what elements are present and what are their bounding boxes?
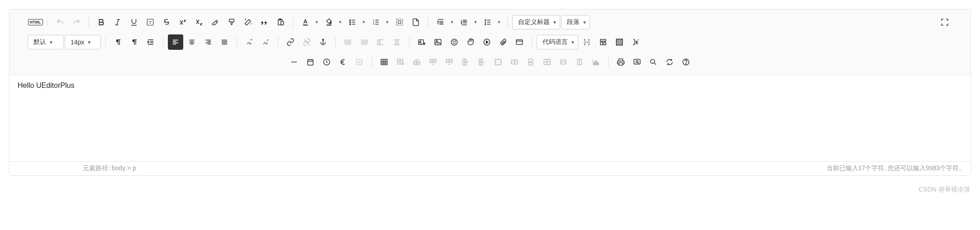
align-justify-button[interactable]	[217, 34, 232, 50]
codelang-select[interactable]: 代码语言▼	[537, 35, 578, 49]
ol-icon: 123	[372, 18, 380, 26]
link-icon	[286, 38, 295, 46]
insertframe-button[interactable]	[512, 34, 527, 50]
svg-point-63	[323, 39, 324, 40]
fontborder-button[interactable]: T	[143, 14, 158, 30]
fontsize-select[interactable]: 14px▼	[65, 35, 101, 49]
fullscreen-button[interactable]	[937, 14, 952, 30]
cleardoc-button[interactable]	[408, 14, 423, 30]
anchor-button[interactable]	[315, 34, 331, 50]
svg-line-156	[638, 62, 639, 63]
svg-rect-11	[303, 24, 308, 25]
orderedlist-button[interactable]: 123	[368, 14, 384, 30]
insertvideo-button[interactable]	[479, 34, 495, 50]
separator	[89, 17, 89, 28]
simpleupload-button[interactable]	[414, 34, 429, 50]
bold-button[interactable]	[94, 14, 109, 30]
img-left-button[interactable]	[340, 34, 356, 50]
pasteplain-button[interactable]	[273, 14, 288, 30]
mergeright-button[interactable]	[507, 54, 522, 70]
dir-rtl-button[interactable]	[127, 34, 142, 50]
subscript-button[interactable]	[191, 14, 207, 30]
svg-rect-150	[594, 62, 595, 65]
attachment-button[interactable]	[495, 34, 511, 50]
selectall-button[interactable]	[392, 14, 407, 30]
ol-dropdown[interactable]: ▼	[384, 14, 391, 30]
splitcells-button[interactable]	[539, 54, 555, 70]
deleterow-button[interactable]	[442, 54, 457, 70]
unlink-button[interactable]	[299, 34, 314, 50]
mergedown-button[interactable]	[523, 54, 538, 70]
dir-ltr-button[interactable]	[110, 34, 126, 50]
italic-button[interactable]	[110, 14, 125, 30]
undo-button[interactable]	[52, 14, 68, 30]
splitrows-button[interactable]	[556, 54, 571, 70]
rowbot-dropdown[interactable]: ▼	[472, 14, 479, 30]
insertimage-button[interactable]	[430, 34, 446, 50]
deletetable-button[interactable]	[393, 54, 408, 70]
mergecells-button[interactable]	[490, 54, 506, 70]
align-left-button[interactable]	[168, 34, 183, 50]
path-value[interactable]: body > p	[112, 164, 136, 172]
rowspacingbottom-button[interactable]	[457, 14, 472, 30]
wordimage-button[interactable]: W	[352, 54, 367, 70]
underline-button[interactable]	[126, 14, 142, 30]
strikethrough-button[interactable]	[159, 14, 174, 30]
pagebreak-button[interactable]	[579, 34, 595, 50]
formatmatch-button[interactable]	[224, 14, 239, 30]
img-none-button[interactable]	[373, 34, 388, 50]
superscript-button[interactable]	[175, 14, 190, 30]
lh-dropdown[interactable]: ▼	[495, 14, 503, 30]
removeformat-button[interactable]	[208, 14, 223, 30]
inserttable-button[interactable]	[376, 54, 392, 70]
toolbar-row-2: 默认▼ 14px▼ Aa Aa	[28, 32, 952, 52]
splitcols-button[interactable]	[572, 54, 587, 70]
time-button[interactable]	[319, 54, 334, 70]
spechars-button[interactable]	[335, 54, 351, 70]
unorderedlist-button[interactable]	[345, 14, 360, 30]
backcolor-button[interactable]	[321, 14, 337, 30]
background-button[interactable]	[612, 34, 627, 50]
autotypeset-button[interactable]	[240, 14, 256, 30]
searchreplace-button[interactable]	[646, 54, 661, 70]
print-button[interactable]	[613, 54, 628, 70]
paragraph-select[interactable]: 段落▼	[561, 15, 590, 29]
backcolor-dropdown[interactable]: ▼	[337, 14, 344, 30]
date-button[interactable]	[303, 54, 318, 70]
insertcol-button[interactable]	[458, 54, 473, 70]
insertparagraphbefore-button[interactable]	[409, 54, 424, 70]
img-center-button[interactable]	[389, 34, 404, 50]
link-button[interactable]	[283, 34, 298, 50]
deletecol-button[interactable]	[474, 54, 490, 70]
forecolor-dropdown[interactable]: ▼	[313, 14, 320, 30]
help-button[interactable]	[678, 54, 694, 70]
source-html-button[interactable]: HTML	[28, 14, 43, 30]
indent-button[interactable]	[143, 34, 158, 50]
insertrow-button[interactable]	[425, 54, 441, 70]
charts-button[interactable]	[588, 54, 604, 70]
template-button[interactable]	[595, 34, 611, 50]
align-center-button[interactable]	[184, 34, 200, 50]
forecolor-button[interactable]	[298, 14, 313, 30]
fontfamily-select[interactable]: 默认▼	[28, 35, 64, 49]
preview-button[interactable]	[629, 54, 645, 70]
scrawl-button[interactable]	[463, 34, 478, 50]
heading-select[interactable]: 自定义标题▼	[512, 15, 560, 29]
touppercase-button[interactable]: Aa	[242, 34, 257, 50]
align-right-button[interactable]	[200, 34, 216, 50]
horizontal-button[interactable]	[286, 54, 302, 70]
img-right-button[interactable]	[357, 34, 372, 50]
tolowercase-button[interactable]: Aa	[258, 34, 273, 50]
para-before-icon	[413, 58, 421, 66]
rowspacingtop-button[interactable]	[433, 14, 448, 30]
emotion-button[interactable]	[447, 34, 462, 50]
blockquote-button[interactable]	[257, 14, 272, 30]
formula-button[interactable]	[628, 34, 643, 50]
ul-dropdown[interactable]: ▼	[360, 14, 367, 30]
redo-button[interactable]	[69, 14, 84, 30]
editor-content[interactable]: Hello UEditorPlus	[10, 75, 970, 161]
bold-icon	[97, 18, 105, 26]
drafts-button[interactable]	[662, 54, 677, 70]
lineheight-button[interactable]	[480, 14, 495, 30]
rowtop-dropdown[interactable]: ▼	[448, 14, 456, 30]
